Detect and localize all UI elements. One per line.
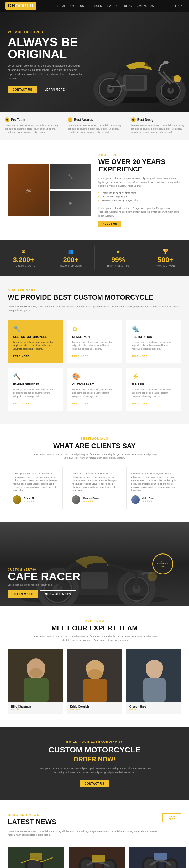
blog-post-2: Ten Ingenious Ways You Can Do With Custo… — [68, 847, 125, 868]
engine-icon: 🔨 — [13, 373, 58, 380]
svg-point-29 — [88, 669, 102, 680]
spare-part-title: Spare Part — [72, 335, 117, 338]
svg-point-43 — [165, 859, 178, 868]
team-info-2: Eddy Cornish Mechanic — [67, 702, 122, 714]
hero-text: Lorem ipsum dolor sit amet, consectetur … — [8, 64, 84, 81]
blog-image-2 — [68, 847, 125, 868]
service-restoration: 🔩 Restoration Lorem ipsum dolor sit amet… — [126, 320, 181, 363]
blog-grid: Ten Great Lessons You Can Learn From Cus… — [8, 847, 181, 868]
about-section: 🏍 🔧 ⚙ About Us WE OVER 20 YEARS EXPERIEN… — [0, 140, 189, 241]
service-spare-part: ⚙ Spare Part Lorem ipsum dolor sit amet,… — [67, 320, 122, 363]
testimonial-footer-3: John Doe ★★★★★ — [131, 495, 176, 504]
hero-learn-button[interactable]: LEARN MORE › — [40, 86, 72, 93]
services-text: Lorem ipsum dolor sit amet, consectetur … — [8, 305, 181, 312]
nav-contact[interactable]: CONTACT US — [136, 4, 154, 7]
restoration-readmore[interactable]: READ MORE — [131, 355, 148, 358]
custom-moto-readmore[interactable]: READ MORE — [13, 355, 29, 358]
social-twitter[interactable]: t — [178, 4, 179, 7]
nav-features[interactable]: FEATURES — [105, 4, 121, 7]
testimonial-1: Lorem ipsum dolor sit amet, consectetur … — [8, 467, 63, 509]
stat-team-label: Team Members — [50, 265, 92, 267]
tuneup-icon: ⚡ — [131, 373, 176, 380]
nav-about[interactable]: ABOUT US — [69, 4, 84, 7]
testimonials-text: Lorem ipsum dolor sit amet, consectetur … — [29, 453, 160, 460]
cta-button[interactable]: CONTACT US — [80, 780, 109, 787]
team-name-1: Billy Chapman — [11, 705, 60, 708]
blog-header: Blog and News LATEST NEWS Lorem ipsum do… — [8, 813, 181, 840]
nav-blog[interactable]: BLOG — [124, 4, 132, 7]
team-member-3: Gibson Hart Painter — [126, 649, 181, 714]
about-list-item: Consectetur adipiscing elit — [98, 195, 181, 198]
cta-label: Build Your Extraordinary — [8, 740, 181, 743]
social-facebook[interactable]: f — [175, 4, 176, 7]
tuneup-readmore[interactable]: READ MORE — [131, 402, 148, 405]
about-list: Lorem ipsum dolor sit amet dolor Consect… — [98, 191, 181, 202]
service-engine: 🔨 Engine Services Lorem ipsum dolor sit … — [8, 368, 63, 411]
blog-section: Blog and News LATEST NEWS Lorem ipsum do… — [0, 800, 189, 868]
feature-pro-team: ★ Pro Team Lorem ipsum dolor sit amet, c… — [0, 112, 63, 140]
custom-moto-title: Custom Motorcycle — [13, 335, 58, 338]
svg-point-9 — [163, 61, 168, 64]
stat-team: 👥 200+ Team Members — [47, 246, 94, 270]
badge-text: BESTCHOOPER2020 — [158, 560, 168, 568]
engine-readmore[interactable]: READ MORE — [13, 402, 29, 405]
svg-rect-44 — [154, 852, 167, 860]
about-list-item: Aenean commodo ligula eget dolor — [98, 198, 181, 202]
spare-part-readmore[interactable]: READ MORE — [72, 355, 88, 358]
paint-text: Lorem ipsum dolor sit amet, consectetur … — [72, 388, 117, 398]
blog-view-all-button[interactable]: VIEW BLOG — [162, 813, 181, 822]
feature-text-design: Lorem ipsum dolor sit amet, consectetur … — [131, 124, 184, 134]
nav-services[interactable]: SERVICES — [88, 4, 102, 7]
testimonial-text-3: Lorem ipsum dolor sit amet, consectetur … — [131, 472, 176, 492]
hero-contact-button[interactable]: CONTACT US — [8, 86, 37, 93]
features-section: ★ Pro Team Lorem ipsum dolor sit amet, c… — [0, 112, 189, 140]
site-logo[interactable]: CHOOPER — [5, 2, 36, 10]
reviewer-info-2: George Baker ★★★★★ — [83, 496, 99, 502]
svg-point-19 — [148, 572, 157, 581]
avatar-3 — [131, 495, 140, 504]
stat-projects-label: Projects Done — [3, 265, 44, 267]
reviewer-info-1: Shaka N. ★★★★★ — [24, 496, 34, 502]
team-title: MEET OUR EXPERT TEAM — [8, 624, 181, 632]
stat-clients-number: 99% — [97, 256, 139, 264]
stat-awards-label: Awards Won — [145, 265, 186, 267]
team-label: Our Team — [8, 619, 181, 622]
bike-banner-section: Custom YZR700 CAFE RACER Lorem ipsum dol… — [0, 522, 189, 606]
stat-awards-number: 500+ — [145, 256, 186, 264]
team-section: Our Team MEET OUR EXPERT TEAM Lorem ipsu… — [0, 606, 189, 727]
bike-learn-button[interactable]: LEARN MORE — [8, 590, 37, 598]
bike-banner-content: Custom YZR700 CAFE RACER Lorem ipsum dol… — [8, 568, 80, 598]
service-custom-motorcycle: 🔧 Custom Motorcycle Lorem ipsum dolor si… — [8, 320, 63, 363]
avatar-2 — [72, 495, 80, 504]
awards-icon: 🏆 — [68, 117, 72, 122]
stat-clients-label: Happy Clients — [97, 265, 139, 267]
team-name-2: Eddy Cornish — [70, 705, 119, 708]
about-button[interactable]: ABOUT US — [98, 221, 121, 227]
bike-show-button[interactable]: SHOW ALL MOTO — [40, 590, 76, 598]
hero-section: We Are Chooper ALWAYS BE ORIGINAL Lorem … — [0, 12, 189, 112]
team-info-1: Billy Chapman Founder — [8, 702, 63, 714]
testimonial-text-1: Lorem ipsum dolor sit amet, consectetur … — [13, 472, 58, 492]
restoration-text: Lorem ipsum dolor sit amet, consectetur … — [131, 341, 176, 350]
bike-banner-text: Lorem ipsum dolor consectetur ipsum dolo… — [8, 584, 80, 586]
stars-1: ★★★★★ — [24, 500, 34, 502]
stat-projects: ⊕ 3,200+ Projects Done — [0, 246, 47, 270]
team-grid: Billy Chapman Founder Eddy Cornish Mecha… — [8, 649, 181, 714]
svg-point-33 — [146, 660, 163, 674]
services-grid: 🔧 Custom Motorcycle Lorem ipsum dolor si… — [8, 320, 181, 411]
stats-section: ⊕ 3,200+ Projects Done 👥 200+ Team Membe… — [0, 240, 189, 276]
spare-part-text: Lorem ipsum dolor sit amet, consectetur … — [72, 341, 117, 350]
hero-subtitle: We Are Chooper — [8, 30, 84, 34]
social-google[interactable]: g+ — [181, 4, 184, 7]
about-label: About Us — [98, 153, 181, 156]
hero-content: We Are Chooper ALWAYS BE ORIGINAL Lorem … — [0, 14, 92, 109]
svg-rect-36 — [30, 852, 42, 860]
testimonials-title: WHAT ARE CLIENTS SAY — [8, 442, 181, 450]
paint-readmore[interactable]: READ MORE — [72, 402, 88, 405]
testimonial-2: Lorem ipsum dolor sit amet, consectetur … — [67, 467, 122, 509]
team-member-2: Eddy Cornish Mechanic — [67, 649, 122, 714]
nav-home[interactable]: HOME — [58, 4, 66, 7]
testimonial-footer-1: Shaka N. ★★★★★ — [13, 495, 58, 504]
about-text1: Lorem ipsum dolor sit amet, consectetur … — [98, 177, 181, 188]
testimonials-section: Testimonials WHAT ARE CLIENTS SAY Lorem … — [0, 424, 189, 522]
